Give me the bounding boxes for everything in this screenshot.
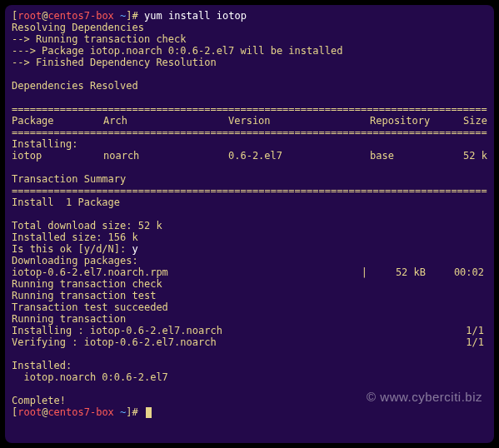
prompt-symbol: # [132,10,138,22]
transaction-summary: Transaction Summary [12,173,487,185]
prompt-path: ~ [120,406,126,418]
installed-header: Installed: [12,360,487,371]
col-package: Package [12,115,103,127]
prompt-host: centos7-box [47,10,113,22]
col-size: Size [453,115,487,127]
output-line: Resolving Dependencies [12,22,487,33]
pkg-size: 52 k [453,150,487,162]
pkg-repo: base [370,150,453,162]
installed-size: Installed size: 156 k [12,231,487,243]
download-bar: | [362,266,367,278]
table-row: iotop noarch 0.6-2.el7 base 52 k [12,150,487,162]
installed-package: iotop.noarch 0:0.6-2.el7 [12,371,487,383]
blank-line [12,68,487,80]
blank-line [12,383,487,395]
prompt-path: ~ [120,10,126,22]
confirm-question: Is this ok [y/d/N]: [12,243,132,255]
installing-header: Installing: [12,138,487,150]
output-line: Running transaction test [12,290,487,301]
confirm-answer: y [132,243,138,255]
output-line: Running transaction [12,313,487,325]
install-step-row: Installing : iotop-0.6-2.el7.noarch 1/1 [12,325,487,336]
blank-line [12,348,487,360]
verify-step-row: Verifying : iotop-0.6-2.el7.noarch 1/1 [12,336,487,348]
verify-progress: 1/1 [466,336,487,348]
download-time: 00:02 [426,266,487,278]
output-line: ---> Package iotop.noarch 0:0.6-2.el7 wi… [12,45,487,57]
output-line: --> Running transaction check [12,33,487,45]
shell-prompt-line: [root@centos7-box ~]# yum install iotop [12,10,487,22]
prompt-symbol: # [132,406,138,418]
prompt-host: centos7-box [47,406,113,418]
output-line: --> Finished Dependency Resolution [12,57,487,68]
download-size: 52 kB [367,266,426,278]
blank-line [12,162,487,173]
pkg-name: iotop [12,150,103,162]
confirm-line: Is this ok [y/d/N]: y [12,243,487,255]
complete: Complete! [12,395,487,406]
table-header: Package Arch Version Repository Size [12,115,487,127]
screenshot-frame: [root@centos7-box ~]# yum install iotop … [0,0,499,448]
total-download: Total download size: 52 k [12,220,487,231]
pkg-version: 0.6-2.el7 [228,150,370,162]
cursor-icon [146,407,152,418]
install-progress: 1/1 [466,325,487,336]
col-repo: Repository [370,115,453,127]
blank-line [12,208,487,220]
blank-line [12,92,487,103]
pkg-arch: noarch [103,150,228,162]
command-text: yum install iotop [144,10,247,22]
col-version: Version [228,115,370,127]
separator: ========================================… [12,185,487,197]
install-step: Installing : iotop-0.6-2.el7.noarch [12,325,466,336]
downloading: Downloading packages: [12,255,487,266]
download-row: iotop-0.6-2.el7.noarch.rpm | 52 kB 00:02 [12,266,487,278]
prompt-user: root [17,10,42,22]
separator: ========================================… [12,127,487,138]
terminal[interactable]: [root@centos7-box ~]# yum install iotop … [5,5,494,443]
prompt-user: root [17,406,42,418]
output-line: Transaction test succeeded [12,301,487,313]
download-file: iotop-0.6-2.el7.noarch.rpm [12,266,362,278]
output-line: Running transaction check [12,278,487,290]
output-line: Dependencies Resolved [12,80,487,92]
install-count: Install 1 Package [12,197,487,208]
col-arch: Arch [103,115,228,127]
shell-prompt-line[interactable]: [root@centos7-box ~]# [12,406,487,418]
separator: ========================================… [12,103,487,115]
verify-step: Verifying : iotop-0.6-2.el7.noarch [12,336,466,348]
